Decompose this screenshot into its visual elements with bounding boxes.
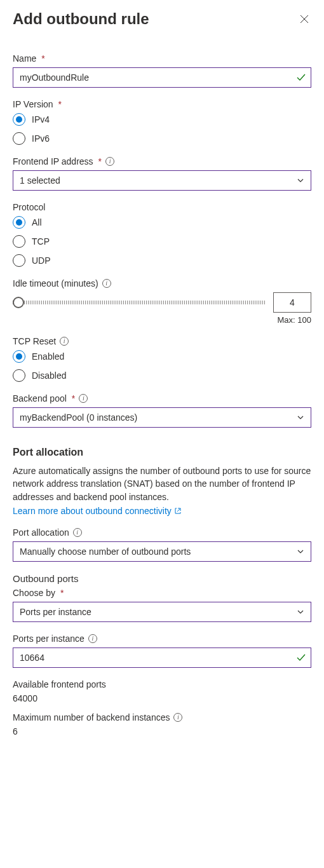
idle-timeout-label: Idle timeout (minutes) i	[13, 278, 311, 288]
available-frontend-ports-label: Available frontend ports	[13, 679, 311, 689]
checkmark-icon	[296, 653, 306, 663]
port-allocation-section-title: Port allocation	[13, 447, 311, 458]
radio-label: All	[32, 217, 42, 227]
radio-selected-icon	[13, 216, 25, 229]
slider-thumb[interactable]	[13, 297, 24, 308]
tcp-reset-enabled-radio[interactable]: Enabled	[13, 350, 311, 363]
required-asterisk: *	[60, 588, 64, 598]
chevron-down-icon	[297, 177, 304, 184]
select-value: 1 selected	[20, 175, 60, 186]
radio-label: Disabled	[32, 370, 66, 381]
ports-per-instance-label: Ports per instance i	[13, 634, 311, 644]
ports-per-instance-input[interactable]	[13, 648, 311, 668]
protocol-label: Protocol	[13, 202, 311, 212]
required-asterisk: *	[41, 53, 44, 64]
select-value: Manually choose number of outbound ports	[20, 546, 191, 557]
chevron-down-icon	[297, 414, 304, 421]
port-allocation-label: Port allocation i	[13, 527, 311, 538]
required-asterisk: *	[72, 393, 75, 403]
max-backend-instances-value: 6	[13, 726, 311, 736]
frontend-ip-select[interactable]: 1 selected	[13, 170, 311, 191]
radio-label: TCP	[32, 236, 50, 247]
info-icon[interactable]: i	[88, 634, 97, 643]
tcp-reset-label: TCP Reset i	[13, 336, 311, 346]
radio-selected-icon	[13, 113, 25, 126]
info-icon[interactable]: i	[60, 337, 69, 346]
choose-by-label: Choose by*	[13, 588, 311, 598]
backend-pool-select[interactable]: myBackendPool (0 instances)	[13, 407, 311, 428]
radio-label: UDP	[32, 255, 51, 266]
info-icon[interactable]: i	[79, 394, 88, 403]
frontend-ip-label: Frontend IP address* i	[13, 156, 311, 166]
required-asterisk: *	[98, 156, 102, 166]
max-backend-instances-label: Maximum number of backend instances i	[13, 712, 311, 722]
protocol-all-radio[interactable]: All	[13, 216, 311, 229]
checkmark-icon	[296, 72, 306, 83]
name-label: Name*	[13, 53, 311, 64]
select-value: Ports per instance	[20, 607, 91, 617]
available-frontend-ports-value: 64000	[13, 693, 311, 703]
radio-label: IPv4	[32, 114, 50, 125]
close-button[interactable]	[297, 12, 311, 26]
radio-unselected-icon	[13, 369, 25, 382]
page-title: Add outbound rule	[13, 10, 149, 28]
info-icon[interactable]: i	[73, 528, 82, 537]
idle-timeout-max: Max: 100	[13, 315, 311, 325]
info-icon[interactable]: i	[102, 279, 111, 288]
radio-unselected-icon	[13, 132, 25, 145]
learn-more-link[interactable]: Learn more about outbound connectivity	[13, 506, 182, 516]
select-value: myBackendPool (0 instances)	[20, 412, 137, 423]
choose-by-select[interactable]: Ports per instance	[13, 602, 311, 622]
radio-unselected-icon	[13, 235, 25, 248]
radio-label: Enabled	[32, 351, 64, 362]
ip-version-ipv6-radio[interactable]: IPv6	[13, 132, 311, 145]
port-allocation-select[interactable]: Manually choose number of outbound ports	[13, 541, 311, 562]
protocol-udp-radio[interactable]: UDP	[13, 254, 311, 267]
required-asterisk: *	[58, 99, 62, 109]
info-icon[interactable]: i	[173, 713, 182, 722]
radio-selected-icon	[13, 350, 25, 363]
idle-timeout-slider[interactable]	[13, 301, 266, 304]
idle-timeout-value[interactable]: 4	[273, 292, 311, 313]
ip-version-label: IP Version*	[13, 99, 311, 109]
radio-label: IPv6	[32, 133, 50, 144]
tcp-reset-disabled-radio[interactable]: Disabled	[13, 369, 311, 382]
protocol-tcp-radio[interactable]: TCP	[13, 235, 311, 248]
backend-pool-label: Backend pool* i	[13, 393, 311, 403]
radio-unselected-icon	[13, 254, 25, 267]
outbound-ports-section-title: Outbound ports	[13, 573, 311, 584]
chevron-down-icon	[297, 608, 304, 616]
external-link-icon	[174, 507, 182, 515]
ip-version-ipv4-radio[interactable]: IPv4	[13, 113, 311, 126]
chevron-down-icon	[297, 548, 304, 555]
name-input[interactable]	[13, 67, 311, 88]
port-allocation-desc: Azure automatically assigns the number o…	[13, 465, 311, 503]
close-icon	[300, 15, 309, 24]
info-icon[interactable]: i	[105, 157, 114, 166]
